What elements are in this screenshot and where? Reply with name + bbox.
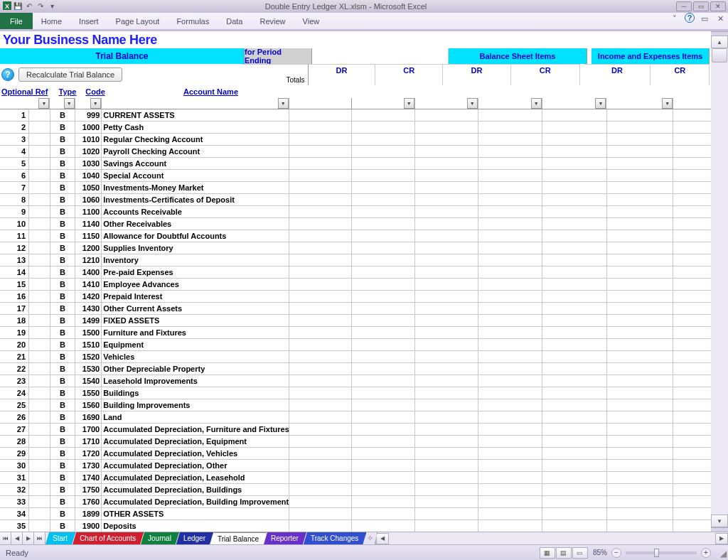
cell-type[interactable]: B — [50, 436, 75, 447]
sheet-tab-start[interactable]: Start — [46, 532, 75, 544]
scroll-track[interactable] — [711, 48, 728, 515]
table-row[interactable]: 35B1900Deposits — [0, 520, 728, 532]
table-row[interactable]: 23B1540Leasehold Improvements — [0, 375, 728, 387]
cell-type[interactable]: B — [50, 399, 75, 411]
help-icon[interactable]: ? — [685, 13, 695, 23]
table-row[interactable]: 7B1050Investments-Money Market — [0, 182, 728, 194]
cell-code[interactable]: 1510 — [75, 339, 102, 350]
sheet-tab-ledger[interactable]: Ledger — [176, 532, 213, 544]
window-restore-icon[interactable]: ▭ — [699, 13, 710, 24]
table-row[interactable]: 14B1400Pre-paid Expenses — [0, 266, 728, 279]
table-row[interactable]: 33B1760Accumulated Depreciation, Buildin… — [0, 496, 728, 508]
cell-account-name[interactable]: Investments-Money Market — [102, 182, 289, 193]
cell-code[interactable]: 1020 — [75, 146, 102, 157]
cell-account-name[interactable]: Accumulated Depreciation, Building Impro… — [102, 496, 289, 507]
table-row[interactable]: 29B1720Accumulated Depreciation, Vehicle… — [0, 448, 728, 460]
cell-account-name[interactable]: Accounts Receivable — [102, 206, 289, 217]
table-row[interactable]: 4B1020Payroll Checking Account — [0, 146, 728, 158]
cell-type[interactable]: B — [50, 460, 75, 471]
cell-type[interactable]: B — [50, 387, 75, 399]
cell-account-name[interactable]: Investments-Certificates of Deposit — [102, 194, 289, 205]
scroll-thumb[interactable] — [712, 48, 727, 63]
filter-dr3-dropdown[interactable]: ▼ — [662, 98, 673, 109]
cell-account-name[interactable]: Equipment — [102, 339, 289, 350]
cell-account-name[interactable]: Deposits — [102, 520, 289, 532]
cell-type[interactable]: B — [50, 508, 75, 519]
cell-type[interactable]: B — [50, 254, 75, 266]
cell-type[interactable]: B — [50, 182, 75, 193]
cell-code[interactable]: 1010 — [75, 134, 102, 145]
cell-code[interactable]: 1690 — [75, 411, 102, 423]
cell-code[interactable]: 1420 — [75, 291, 102, 302]
cell-code[interactable]: 1540 — [75, 375, 102, 387]
table-row[interactable]: 27B1700Accumulated Depreciation, Furnitu… — [0, 424, 728, 436]
filter-account-dropdown[interactable]: ▼ — [278, 98, 289, 109]
cell-type[interactable]: B — [50, 484, 75, 495]
file-tab[interactable]: File — [0, 13, 33, 29]
ribbon-tab-home[interactable]: Home — [33, 13, 70, 29]
cell-type[interactable]: B — [50, 339, 75, 350]
cell-type[interactable]: B — [50, 315, 75, 326]
cell-account-name[interactable]: CURRENT ASSETS — [102, 109, 289, 121]
cell-code[interactable]: 1400 — [75, 266, 102, 278]
cell-code[interactable]: 999 — [75, 109, 102, 121]
table-row[interactable]: 30B1730Accumulated Depreciation, Other — [0, 460, 728, 472]
table-row[interactable]: 13B1210Inventory — [0, 254, 728, 266]
cell-code[interactable]: 1050 — [75, 182, 102, 193]
cell-account-name[interactable]: Savings Account — [102, 158, 289, 169]
cell-type[interactable]: B — [50, 170, 75, 181]
cell-account-name[interactable]: Pre-paid Expenses — [102, 266, 289, 278]
table-row[interactable]: 24B1550Buildings — [0, 387, 728, 399]
cell-account-name[interactable]: Accumulated Depreciation, Leasehold — [102, 472, 289, 483]
cell-code[interactable]: 1150 — [75, 230, 102, 242]
cell-account-name[interactable]: Accumulated Depreciation, Equipment — [102, 436, 289, 447]
cell-code[interactable]: 1560 — [75, 399, 102, 411]
hscroll-left[interactable]: ◀ — [376, 533, 389, 544]
table-row[interactable]: 11B1150Allowance for Doubtful Accounts — [0, 230, 728, 242]
cell-type[interactable]: B — [50, 291, 75, 302]
cell-account-name[interactable]: Buildings — [102, 387, 289, 399]
view-page-break-button[interactable]: ▭ — [572, 547, 588, 559]
cell-type[interactable]: B — [50, 351, 75, 362]
ribbon-tab-insert[interactable]: Insert — [70, 13, 107, 29]
sheet-tab-trial-balance[interactable]: Trial Balance — [210, 532, 267, 544]
cell-code[interactable]: 1430 — [75, 303, 102, 314]
table-row[interactable]: 19B1500Furniture and Fixtures — [0, 327, 728, 339]
cell-type[interactable]: B — [50, 266, 75, 278]
cell-code[interactable]: 1530 — [75, 363, 102, 375]
cell-type[interactable]: B — [50, 206, 75, 217]
window-close-icon[interactable]: ✕ — [714, 13, 726, 24]
table-row[interactable]: 26B1690Land — [0, 411, 728, 424]
cell-type[interactable]: B — [50, 303, 75, 314]
table-row[interactable]: 2B1000Petty Cash — [0, 122, 728, 134]
cell-code[interactable]: 1140 — [75, 218, 102, 230]
cell-account-name[interactable]: Leasehold Improvements — [102, 375, 289, 387]
cell-account-name[interactable]: Accumulated Depreciation, Buildings — [102, 484, 289, 495]
cell-code[interactable]: 1520 — [75, 351, 102, 362]
table-row[interactable]: 18B1499FIXED ASSETS — [0, 315, 728, 327]
zoom-level[interactable]: 85% — [593, 549, 607, 556]
cell-type[interactable]: B — [50, 230, 75, 242]
cell-account-name[interactable]: Petty Cash — [102, 122, 289, 133]
tab-nav-first[interactable]: ⏮ — [0, 532, 11, 544]
cell-code[interactable]: 1760 — [75, 496, 102, 507]
filter-code-dropdown[interactable]: ▼ — [90, 98, 101, 109]
cell-code[interactable]: 1700 — [75, 424, 102, 435]
cell-type[interactable]: B — [50, 496, 75, 507]
table-row[interactable]: 31B1740Accumulated Depreciation, Leaseho… — [0, 472, 728, 484]
filter-cr1-dropdown[interactable]: ▼ — [467, 98, 478, 109]
cell-code[interactable]: 1720 — [75, 448, 102, 459]
table-row[interactable]: 21B1520Vehicles — [0, 351, 728, 363]
cell-account-name[interactable]: FIXED ASSETS — [102, 315, 289, 326]
table-row[interactable]: 3B1010Regular Checking Account — [0, 134, 728, 146]
cell-account-name[interactable]: Inventory — [102, 254, 289, 266]
minimize-button[interactable]: ─ — [676, 1, 692, 11]
table-row[interactable]: 22B1530Other Depreciable Property — [0, 363, 728, 375]
ribbon-tab-review[interactable]: Review — [251, 13, 294, 29]
cell-account-name[interactable]: Other Depreciable Property — [102, 363, 289, 375]
cell-type[interactable]: B — [50, 109, 75, 121]
table-row[interactable]: 5B1030Savings Account — [0, 158, 728, 170]
cell-type[interactable]: B — [50, 375, 75, 387]
cell-account-name[interactable]: OTHER ASSETS — [102, 508, 289, 519]
cell-code[interactable]: 1200 — [75, 242, 102, 254]
